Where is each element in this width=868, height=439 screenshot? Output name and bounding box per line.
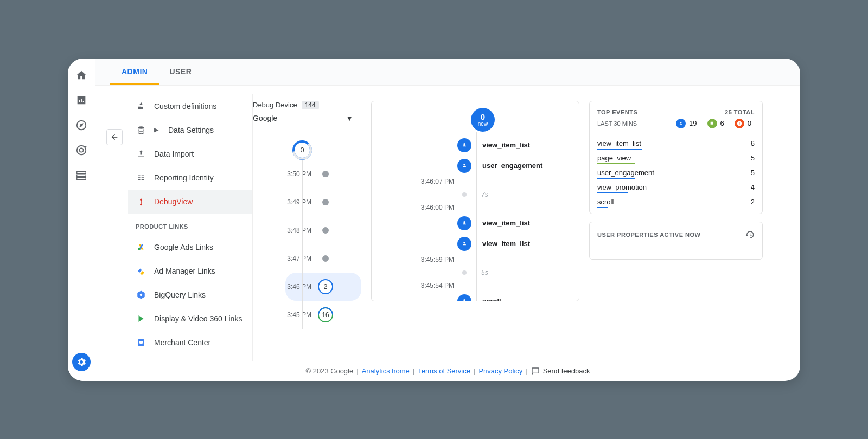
arrow-left-icon — [110, 133, 119, 141]
minute-row[interactable]: 3:50 PM — [285, 160, 361, 188]
event-type-chip-count: 19 — [689, 119, 697, 127]
upload-icon — [136, 149, 146, 159]
configure-icon[interactable] — [75, 169, 87, 181]
event-row[interactable]: view_item_list — [372, 234, 579, 254]
minute-dot — [322, 199, 329, 205]
sidebar-item-merchant-center[interactable]: Merchant Center — [128, 331, 252, 354]
main-column: ADMIN USER Custom definitions ▶ Data Set… — [95, 59, 800, 381]
event-timestamp: 3:45:54 PM — [372, 282, 464, 289]
svg-point-14 — [680, 122, 682, 124]
footer-link-privacy[interactable]: Privacy Policy — [478, 367, 522, 375]
top-event-name: scroll — [597, 198, 614, 206]
event-row[interactable]: view_item_list — [372, 213, 579, 234]
event-timestamp: 3:45:59 PM — [372, 256, 464, 263]
event-row: 3:46:00 PM — [372, 202, 579, 213]
gap-dot — [462, 192, 467, 197]
sidebar-list: Custom definitions ▶ Data Settings Data … — [128, 94, 253, 361]
top-events-panel: TOP EVENTS 25 TOTAL LAST 30 MINS 1960 vi… — [589, 101, 763, 214]
event-node-icon — [457, 216, 471, 230]
event-list: view_item_listuser_engagement3:46:07 PM7… — [372, 135, 579, 301]
shapes-icon — [136, 101, 146, 111]
right-column: TOP EVENTS 25 TOTAL LAST 30 MINS 1960 vi… — [589, 101, 763, 361]
minute-label: 3:50 PM — [285, 170, 311, 178]
top-event-row[interactable]: scroll2 — [590, 193, 762, 208]
top-event-row[interactable]: view_promotion4 — [590, 179, 762, 193]
debug-device-select[interactable]: Google ▼ — [253, 112, 353, 126]
svg-point-4 — [140, 198, 142, 201]
content-area: Debug Device 144 Google ▼ 0 3:50 PM3:49 … — [253, 86, 800, 361]
event-row[interactable]: user_engagement — [372, 156, 579, 176]
home-icon[interactable] — [75, 69, 87, 81]
explore-icon[interactable] — [75, 119, 87, 131]
top-event-row[interactable]: page_view5 — [590, 150, 762, 164]
tab-admin[interactable]: ADMIN — [120, 59, 149, 86]
minute-row[interactable]: 3:45 PM16 — [285, 301, 361, 329]
minute-row[interactable]: 3:47 PM — [285, 244, 361, 273]
history-icon[interactable] — [745, 230, 755, 240]
chevron-down-icon: ▼ — [346, 114, 353, 122]
left-nav-rail — [68, 59, 95, 381]
event-timestamp: 3:46:07 PM — [372, 178, 464, 185]
minute-row[interactable]: 3:46 PM2 — [285, 273, 361, 301]
minute-current-ring: 0 — [292, 140, 312, 160]
top-event-count: 2 — [751, 198, 755, 206]
sidebar-item-ad-manager[interactable]: Ad Manager Links — [128, 259, 252, 283]
sidebar-item-dv360[interactable]: Display & Video 360 Links — [128, 307, 252, 331]
svg-point-5 — [140, 203, 142, 205]
new-events-sub: new — [478, 121, 488, 127]
sidebar-item-bigquery[interactable]: BigQuery Links — [128, 283, 252, 307]
google-ads-icon — [136, 242, 146, 252]
sidebar-item-custom-definitions[interactable]: Custom definitions — [128, 94, 252, 118]
svg-point-2 — [79, 148, 83, 152]
admin-gear-button[interactable] — [72, 353, 91, 371]
event-type-chips: 1960 — [676, 119, 755, 128]
event-type-chip-icon — [676, 119, 686, 128]
advertising-icon[interactable] — [75, 144, 87, 156]
tab-bar: ADMIN USER — [95, 59, 800, 86]
debug-device-column: Debug Device 144 Google ▼ 0 3:50 PM3:49 … — [253, 101, 361, 361]
top-event-row[interactable]: user_engagement5 — [590, 164, 762, 179]
minute-label: 3:46 PM — [285, 283, 311, 290]
sidebar-item-label: Google Ads Links — [154, 243, 213, 251]
feedback-icon — [531, 367, 540, 376]
sidebar-item-label: Reporting Identity — [154, 173, 214, 182]
sidebar-item-label: DebugView — [154, 197, 193, 206]
event-row: 3:45:59 PM — [372, 254, 579, 265]
page-footer: © 2023 Google | Analytics home | Terms o… — [95, 361, 800, 381]
event-row: 3:45:54 PM — [372, 280, 579, 291]
minute-dot — [322, 227, 329, 234]
app-window: ADMIN USER Custom definitions ▶ Data Set… — [68, 59, 800, 381]
footer-link-tos[interactable]: Terms of Service — [418, 367, 470, 375]
footer-link-analytics-home[interactable]: Analytics home — [362, 367, 410, 375]
event-row[interactable]: view_item_list — [372, 135, 579, 156]
sidebar-item-reporting-identity[interactable]: Reporting Identity — [128, 166, 252, 190]
user-properties-title: USER PROPERTIES ACTIVE NOW — [597, 231, 700, 238]
event-row[interactable]: scroll — [372, 291, 579, 301]
user-properties-panel: USER PROPERTIES ACTIVE NOW — [589, 222, 763, 260]
sidebar-item-debugview[interactable]: DebugView — [128, 190, 252, 214]
svg-point-9 — [463, 143, 465, 145]
minute-row[interactable]: 3:49 PM — [285, 188, 361, 216]
minute-row[interactable]: 3:48 PM — [285, 216, 361, 244]
sidebar-section-header: PRODUCT LINKS — [128, 214, 252, 235]
svg-point-11 — [463, 221, 465, 223]
top-events-subtitle: LAST 30 MINS — [597, 120, 637, 127]
debug-device-count: 144 — [302, 101, 319, 109]
footer-send-feedback[interactable]: Send feedback — [543, 367, 590, 375]
minute-timeline-line — [302, 151, 303, 329]
svg-point-3 — [138, 126, 144, 129]
event-type-chip-count: 6 — [720, 119, 724, 127]
top-event-row[interactable]: view_item_list6 — [590, 135, 762, 150]
debug-icon — [136, 197, 146, 206]
top-event-count: 6 — [751, 139, 755, 147]
sidebar-item-google-ads[interactable]: Google Ads Links — [128, 235, 252, 259]
sidebar-item-data-import[interactable]: Data Import — [128, 142, 252, 166]
tab-user[interactable]: USER — [168, 59, 193, 86]
collapse-sidebar-button[interactable] — [106, 129, 123, 145]
event-row: 3:46:07 PM — [372, 176, 579, 187]
sidebar-item-data-settings[interactable]: ▶ Data Settings — [128, 118, 252, 142]
reports-icon[interactable] — [75, 94, 87, 106]
event-node-icon — [457, 159, 471, 173]
top-events-total: 25 TOTAL — [725, 109, 755, 115]
top-event-name: page_view — [597, 154, 631, 162]
